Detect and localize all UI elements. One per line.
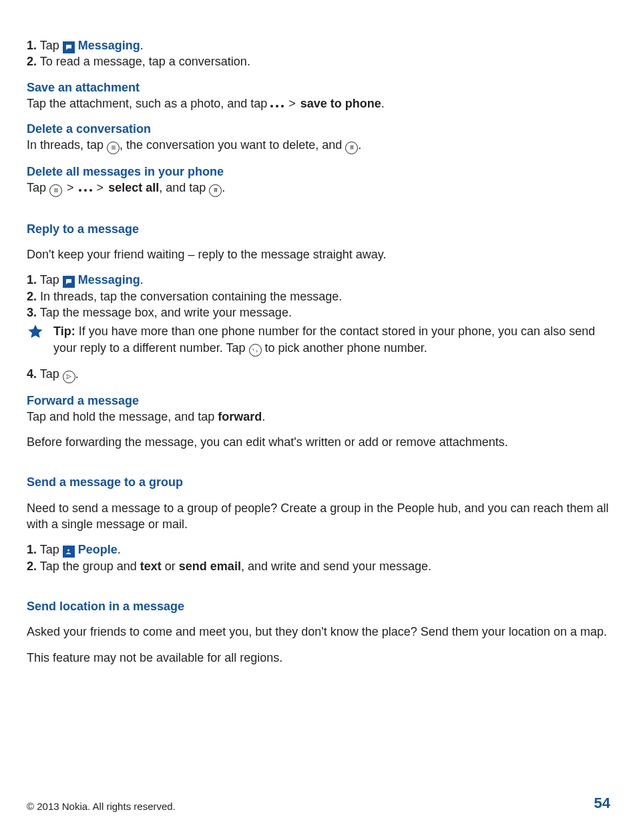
step-number: 1. (27, 39, 37, 52)
text: . (262, 410, 265, 423)
step-2: 2. To read a message, tap a conversation… (27, 53, 610, 69)
menu-item: text (140, 560, 162, 573)
intro-steps: 1. Tap Messaging. 2. To read a message, … (27, 37, 610, 70)
step-number: 1. (27, 543, 37, 556)
text: Tap (37, 39, 63, 52)
app-name: Messaging (75, 39, 140, 52)
menu-item: select all (108, 181, 159, 194)
step-1: 1. Tap Messaging. (27, 37, 610, 53)
text: Tap (37, 367, 63, 381)
section-heading: Forward a message (27, 393, 610, 409)
section-heading: Send location in a message (27, 598, 610, 614)
text: Tap (37, 543, 63, 556)
menu-item: save to phone (300, 97, 381, 110)
text: . (140, 39, 144, 52)
menu-item: send email (179, 560, 241, 573)
step-2: 2. Tap the group and text or send email,… (27, 558, 610, 574)
text: . (381, 97, 385, 110)
step-number: 2. (27, 55, 37, 68)
section-heading: Reply to a message (27, 221, 610, 237)
section-heading: Delete a conversation (27, 121, 610, 137)
note-text: This feature may not be available for al… (27, 650, 610, 666)
section-delete-conversation: Delete a conversation In threads, tap , … (27, 121, 610, 154)
app-name: Messaging (75, 273, 140, 286)
step-4: 4. Tap . (27, 366, 610, 383)
section-forward: Forward a message Tap and hold the messa… (27, 393, 610, 451)
more-icon (270, 105, 284, 108)
text: Tap and hold the message, and tap (27, 410, 218, 423)
step-number: 1. (27, 273, 37, 286)
people-tile-icon (63, 546, 75, 558)
text: or (162, 560, 179, 573)
text: . (222, 181, 225, 194)
step-number: 2. (27, 290, 37, 303)
step-2: 2. In threads, tap the conversation cont… (27, 288, 610, 304)
section-location: Send location in a message Asked your fr… (27, 598, 610, 666)
text: , and tap (159, 181, 209, 194)
messaging-tile-icon (63, 41, 75, 53)
intro-text: Don't keep your friend waiting – reply t… (27, 246, 610, 262)
text: , the conversation you want to delete, a… (120, 138, 345, 152)
body-line: In threads, tap , the conversation you w… (27, 137, 610, 154)
switch-number-icon (249, 344, 262, 357)
text: . (140, 273, 144, 286)
more-icon (79, 189, 92, 192)
note-text: Before forwarding the message, you can e… (27, 434, 610, 450)
body-line: Tap the attachment, such as a photo, and… (27, 95, 610, 112)
text: Tap the attachment, such as a photo, and… (27, 97, 270, 110)
text: . (358, 138, 361, 152)
section-heading: Save an attachment (27, 79, 610, 95)
messaging-tile-icon (63, 276, 75, 288)
text: To read a message, tap a conversation. (37, 55, 250, 68)
chevron: > (287, 95, 297, 112)
section-delete-all: Delete all messages in your phone Tap > … (27, 164, 610, 197)
step-1: 1. Tap Messaging. (27, 272, 610, 288)
page-footer: © 2013 Nokia. All rights reserved. 54 (27, 793, 610, 813)
text: Tap the group and (37, 560, 140, 573)
copyright: © 2013 Nokia. All rights reserved. (27, 800, 176, 813)
page-number: 54 (594, 793, 610, 813)
text: Tap (37, 273, 63, 286)
app-name: People (75, 543, 118, 556)
tip-block: Tip: If you have more than one phone num… (27, 323, 610, 357)
chevron: > (95, 180, 105, 196)
section-group: Send a message to a group Need to send a… (27, 474, 610, 574)
tip-text: Tip: If you have more than one phone num… (53, 323, 610, 357)
delete-icon (209, 184, 222, 197)
text: In threads, tap the conversation contain… (37, 290, 342, 303)
chevron: > (65, 180, 75, 196)
send-icon (63, 371, 75, 383)
body-line: Tap and hold the message, and tap forwar… (27, 409, 610, 425)
menu-item: forward (218, 410, 262, 423)
page: 1. Tap Messaging. 2. To read a message, … (0, 0, 637, 840)
intro-text: Asked your friends to come and meet you,… (27, 624, 610, 640)
step-number: 3. (27, 306, 37, 319)
text: Tap (27, 181, 49, 194)
text: Tap the message box, and write your mess… (37, 306, 292, 319)
text: , and write and send your message. (241, 560, 431, 573)
step-number: 2. (27, 560, 37, 573)
select-icon (49, 184, 62, 197)
section-reply: Reply to a message Don't keep your frien… (27, 221, 610, 383)
section-heading: Send a message to a group (27, 474, 610, 490)
section-save-attachment: Save an attachment Tap the attachment, s… (27, 79, 610, 112)
delete-icon (345, 142, 358, 154)
body-line: Tap > > select all, and tap . (27, 180, 610, 197)
step-3: 3. Tap the message box, and write your m… (27, 304, 610, 321)
select-icon (107, 142, 120, 154)
star-icon (27, 323, 44, 341)
text: to pick another phone number. (262, 341, 427, 355)
section-heading: Delete all messages in your phone (27, 164, 610, 180)
step-1: 1. Tap People. (27, 542, 610, 558)
text: . (75, 367, 79, 381)
tip-label: Tip: (53, 325, 75, 338)
step-number: 4. (27, 367, 37, 381)
text: In threads, tap (27, 138, 107, 152)
text: . (118, 543, 121, 556)
intro-text: Need to send a message to a group of peo… (27, 500, 610, 533)
